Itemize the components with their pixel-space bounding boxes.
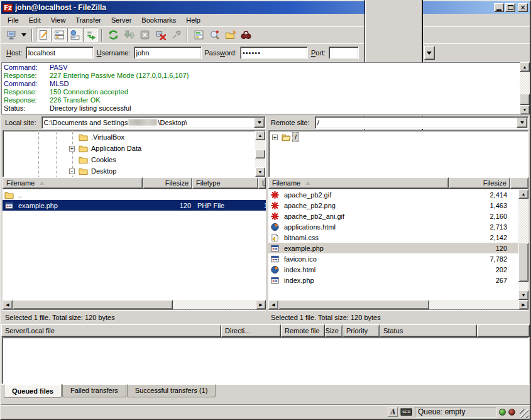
local-list-hscrollbar[interactable]: ◀ ▶ [3, 300, 266, 309]
file-row[interactable]: applications.html2,713 [268, 221, 518, 232]
maximize-button[interactable] [505, 3, 515, 12]
tab-queued-files[interactable]: Queued files [4, 384, 62, 398]
menu-transfer[interactable]: Transfer [70, 14, 106, 26]
toolbar-separator [101, 29, 102, 41]
tree-item[interactable]: Cookies [3, 154, 255, 165]
port-input[interactable] [329, 47, 359, 59]
column-header-filetype[interactable]: Filetype [192, 177, 258, 189]
scrollbar-thumb[interactable] [520, 94, 530, 105]
menu-edit[interactable]: Edit [24, 14, 46, 26]
scrollbar-thumb[interactable] [255, 150, 265, 158]
toggle-remote-tree-button[interactable] [67, 28, 82, 42]
column-header-status[interactable]: Status [380, 324, 477, 337]
column-header-remote-file[interactable]: Remote file [281, 324, 325, 337]
tree-item[interactable]: + / [269, 131, 528, 143]
file-row[interactable]: apache_pb2.png1,463 [268, 200, 518, 211]
column-header-filename[interactable]: Filename [268, 177, 449, 189]
scroll-right-icon[interactable]: ▶ [518, 300, 528, 309]
log-scrollbar[interactable]: ▲ ▼ [520, 62, 530, 114]
column-header-last-modified[interactable]: L [258, 177, 266, 189]
toggle-queue-button[interactable] [83, 28, 98, 42]
scroll-down-icon[interactable]: ▼ [255, 167, 265, 177]
scrollbar-thumb[interactable] [278, 300, 429, 309]
expander-icon[interactable]: - [69, 169, 75, 174]
menu-file[interactable]: File [3, 14, 24, 26]
minimize-button[interactable] [494, 3, 504, 12]
column-header-size[interactable]: Size [325, 324, 342, 337]
column-header-filesize[interactable]: Filesize [449, 177, 510, 189]
site-manager-button[interactable] [4, 28, 19, 42]
file-row-selected[interactable]: example.php 120 PHP File 1 [3, 200, 266, 211]
column-header-priority[interactable]: Priority [342, 324, 380, 337]
expander-icon[interactable]: + [69, 146, 75, 152]
tree-item[interactable]: .VirtualBox [3, 131, 255, 143]
column-header-filesize[interactable]: Filesize [143, 177, 192, 189]
remote-list-hscrollbar[interactable]: ◀ ▶ [268, 300, 528, 309]
scroll-up-icon[interactable]: ▲ [520, 62, 530, 72]
scrollbar-thumb[interactable] [13, 300, 173, 309]
file-row-selected[interactable]: example.php120 [268, 243, 518, 253]
compare-button[interactable] [207, 28, 222, 42]
tree-item[interactable]: -Desktop [3, 165, 255, 177]
remote-path-combobox[interactable]: / [315, 116, 528, 129]
html-file-icon [270, 265, 280, 274]
menu-server[interactable]: Server [106, 14, 136, 26]
remote-pane: Remote site: / + / Filename Filesize [268, 116, 528, 323]
toggle-log-button[interactable] [36, 28, 51, 42]
scroll-left-icon[interactable]: ◀ [3, 300, 13, 309]
resize-grip[interactable] [520, 409, 528, 418]
quickconnect-dropdown-button[interactable] [424, 46, 435, 60]
scroll-right-icon[interactable]: ▶ [256, 300, 266, 309]
file-row[interactable]: .. [3, 189, 266, 200]
remote-path-dropdown-button[interactable] [517, 118, 527, 128]
scroll-up-icon[interactable]: ▲ [255, 131, 265, 140]
local-path-combobox[interactable]: C:\Documents and Settings\Desktop\ [41, 116, 266, 129]
scroll-down-icon[interactable]: ▼ [518, 290, 528, 300]
tab-failed-transfers[interactable]: Failed transfers [62, 384, 126, 397]
close-icon: ✕ [520, 4, 525, 11]
username-input[interactable] [134, 47, 202, 59]
refresh-button[interactable] [106, 28, 121, 42]
file-row[interactable]: index.html202 [268, 264, 518, 275]
column-header-filename[interactable]: Filename [3, 177, 143, 189]
local-tree-scrollbar[interactable]: ▲ ▼ [255, 131, 265, 177]
remote-site-label: Remote site: [268, 117, 312, 128]
reconnect-button[interactable] [168, 28, 183, 42]
close-button[interactable]: ✕ [518, 3, 528, 12]
column-header-filler [477, 324, 530, 337]
scroll-down-icon[interactable]: ▼ [520, 105, 530, 114]
column-header-direction[interactable]: Directi... [221, 324, 281, 337]
toggle-local-tree-button[interactable] [52, 28, 67, 42]
tab-successful-transfers[interactable]: Successful transfers (1) [127, 384, 216, 397]
disconnect-button[interactable] [153, 28, 168, 42]
menu-bookmarks[interactable]: Bookmarks [136, 14, 181, 26]
filter-button[interactable] [191, 28, 206, 42]
expander-icon[interactable]: + [272, 135, 278, 140]
file-row[interactable]: index.php267 [268, 275, 518, 285]
minimize-icon [496, 9, 501, 11]
tree-item[interactable]: +Application Data [3, 143, 255, 154]
scroll-up-icon[interactable]: ▲ [518, 189, 528, 199]
html-file-icon [270, 223, 280, 231]
cancel-button[interactable] [137, 28, 152, 42]
file-row[interactable]: apache_pb2.gif2,414 [268, 189, 518, 200]
host-input[interactable] [26, 47, 94, 59]
file-row[interactable]: apache_pb2_ani.gif2,160 [268, 211, 518, 221]
site-manager-dropdown-button[interactable] [19, 28, 28, 42]
process-queue-button[interactable] [121, 28, 136, 42]
sync-browsing-button[interactable] [222, 28, 238, 42]
password-input[interactable] [240, 47, 308, 59]
scroll-left-icon[interactable]: ◀ [268, 300, 278, 309]
scrollbar-thumb[interactable] [518, 243, 528, 282]
file-row[interactable]: favicon.ico7,782 [268, 253, 518, 264]
column-header-server-local-file[interactable]: Server/Local file [1, 324, 221, 337]
local-path-dropdown-button[interactable] [254, 118, 265, 128]
log-line: Response:150 Connection accepted [2, 88, 520, 96]
file-row[interactable]: bitnami.css2,142 [268, 232, 518, 243]
remote-list-scrollbar[interactable]: ▲ ▼ [518, 189, 528, 300]
menu-help[interactable]: Help [181, 14, 205, 26]
title-bar[interactable]: Fz john@localhost - FileZilla ✕ [1, 1, 530, 14]
menu-view[interactable]: View [46, 14, 71, 26]
find-button[interactable] [238, 28, 253, 42]
queue-header: Server/Local file Directi... Remote file… [1, 324, 530, 337]
